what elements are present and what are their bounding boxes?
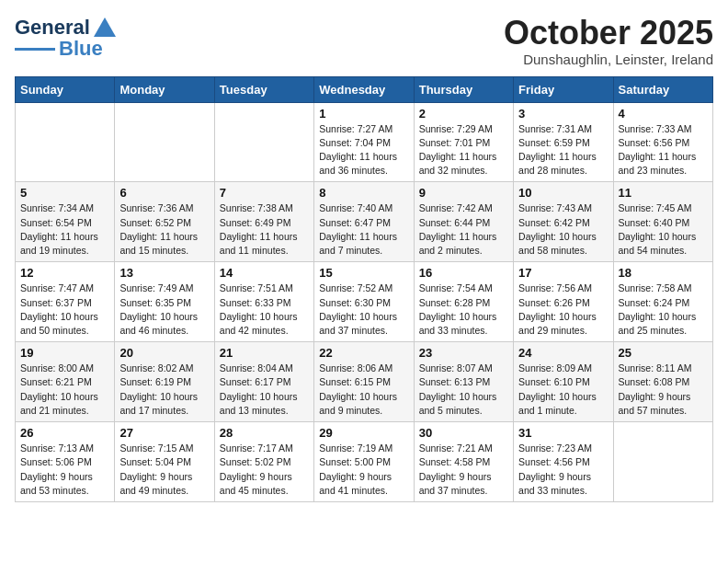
calendar-cell: 16Sunrise: 7:54 AM Sunset: 6:28 PM Dayli… [414, 262, 513, 342]
day-number: 15 [319, 266, 408, 280]
calendar-cell: 1Sunrise: 7:27 AM Sunset: 7:04 PM Daylig… [314, 102, 414, 182]
day-info: Sunrise: 7:15 AM Sunset: 5:04 PM Dayligh… [119, 442, 209, 498]
day-info: Sunrise: 7:51 AM Sunset: 6:33 PM Dayligh… [220, 282, 309, 338]
calendar-cell: 24Sunrise: 8:09 AM Sunset: 6:10 PM Dayli… [514, 342, 613, 422]
day-number: 19 [20, 346, 109, 360]
calendar-cell: 23Sunrise: 8:07 AM Sunset: 6:13 PM Dayli… [414, 342, 513, 422]
calendar-cell: 29Sunrise: 7:19 AM Sunset: 5:00 PM Dayli… [314, 422, 414, 502]
calendar-cell: 22Sunrise: 8:06 AM Sunset: 6:15 PM Dayli… [314, 342, 414, 422]
day-info: Sunrise: 8:00 AM Sunset: 6:21 PM Dayligh… [20, 362, 109, 418]
calendar-cell: 13Sunrise: 7:49 AM Sunset: 6:35 PM Dayli… [115, 262, 214, 342]
col-header-saturday: Saturday [613, 76, 712, 102]
col-header-thursday: Thursday [414, 76, 513, 102]
calendar-cell: 26Sunrise: 7:13 AM Sunset: 5:06 PM Dayli… [16, 422, 115, 502]
title-block: October 2025 Dunshaughlin, Leinster, Ire… [504, 15, 713, 67]
calendar-cell: 19Sunrise: 8:00 AM Sunset: 6:21 PM Dayli… [16, 342, 115, 422]
day-number: 17 [518, 266, 608, 280]
calendar-cell: 8Sunrise: 7:40 AM Sunset: 6:47 PM Daylig… [314, 182, 414, 262]
calendar-cell: 11Sunrise: 7:45 AM Sunset: 6:40 PM Dayli… [613, 182, 712, 262]
day-info: Sunrise: 7:45 AM Sunset: 6:40 PM Dayligh… [619, 201, 708, 258]
day-number: 26 [20, 426, 109, 440]
day-info: Sunrise: 7:13 AM Sunset: 5:06 PM Dayligh… [20, 442, 109, 498]
week-row-4: 19Sunrise: 8:00 AM Sunset: 6:21 PM Dayli… [16, 342, 713, 422]
calendar-cell: 6Sunrise: 7:36 AM Sunset: 6:52 PM Daylig… [115, 182, 214, 262]
day-info: Sunrise: 7:52 AM Sunset: 6:30 PM Dayligh… [319, 282, 408, 338]
day-info: Sunrise: 8:09 AM Sunset: 6:10 PM Dayligh… [518, 362, 608, 418]
day-number: 25 [619, 346, 708, 360]
calendar-cell: 28Sunrise: 7:17 AM Sunset: 5:02 PM Dayli… [214, 422, 313, 502]
day-number: 24 [518, 346, 608, 360]
day-info: Sunrise: 8:11 AM Sunset: 6:08 PM Dayligh… [619, 362, 708, 418]
day-info: Sunrise: 7:19 AM Sunset: 5:00 PM Dayligh… [319, 442, 408, 498]
header-row: SundayMondayTuesdayWednesdayThursdayFrid… [16, 76, 713, 102]
calendar-cell: 3Sunrise: 7:31 AM Sunset: 6:59 PM Daylig… [514, 102, 613, 182]
day-number: 9 [419, 186, 508, 200]
day-number: 14 [220, 266, 309, 280]
day-number: 18 [619, 266, 708, 280]
day-info: Sunrise: 7:43 AM Sunset: 6:42 PM Dayligh… [518, 201, 608, 258]
day-number: 8 [319, 186, 408, 200]
day-number: 29 [319, 426, 408, 440]
day-number: 5 [20, 186, 109, 200]
day-info: Sunrise: 7:33 AM Sunset: 6:56 PM Dayligh… [619, 122, 708, 178]
day-number: 20 [119, 346, 209, 360]
calendar-cell: 10Sunrise: 7:43 AM Sunset: 6:42 PM Dayli… [514, 182, 613, 262]
day-info: Sunrise: 7:42 AM Sunset: 6:44 PM Dayligh… [419, 201, 508, 258]
col-header-wednesday: Wednesday [314, 76, 414, 102]
week-row-3: 12Sunrise: 7:47 AM Sunset: 6:37 PM Dayli… [16, 262, 713, 342]
day-info: Sunrise: 7:40 AM Sunset: 6:47 PM Dayligh… [319, 201, 408, 258]
day-info: Sunrise: 7:54 AM Sunset: 6:28 PM Dayligh… [419, 282, 508, 338]
day-number: 30 [419, 426, 508, 440]
day-number: 22 [319, 346, 408, 360]
col-header-tuesday: Tuesday [214, 76, 313, 102]
week-row-2: 5Sunrise: 7:34 AM Sunset: 6:54 PM Daylig… [16, 182, 713, 262]
day-info: Sunrise: 7:49 AM Sunset: 6:35 PM Dayligh… [119, 282, 209, 338]
day-number: 28 [220, 426, 309, 440]
day-number: 27 [119, 426, 209, 440]
day-number: 3 [518, 107, 608, 121]
day-number: 13 [119, 266, 209, 280]
day-number: 10 [518, 186, 608, 200]
calendar-cell: 14Sunrise: 7:51 AM Sunset: 6:33 PM Dayli… [214, 262, 313, 342]
day-number: 4 [619, 107, 708, 121]
calendar-cell: 9Sunrise: 7:42 AM Sunset: 6:44 PM Daylig… [414, 182, 513, 262]
day-info: Sunrise: 8:02 AM Sunset: 6:19 PM Dayligh… [119, 362, 209, 418]
week-row-1: 1Sunrise: 7:27 AM Sunset: 7:04 PM Daylig… [16, 102, 713, 182]
day-number: 31 [518, 426, 608, 440]
calendar-cell [115, 102, 214, 182]
calendar-cell: 21Sunrise: 8:04 AM Sunset: 6:17 PM Dayli… [214, 342, 313, 422]
calendar-cell: 27Sunrise: 7:15 AM Sunset: 5:04 PM Dayli… [115, 422, 214, 502]
col-header-sunday: Sunday [16, 76, 115, 102]
day-info: Sunrise: 7:56 AM Sunset: 6:26 PM Dayligh… [518, 282, 608, 338]
calendar-cell: 18Sunrise: 7:58 AM Sunset: 6:24 PM Dayli… [613, 262, 712, 342]
calendar-cell: 20Sunrise: 8:02 AM Sunset: 6:19 PM Dayli… [115, 342, 214, 422]
day-info: Sunrise: 7:27 AM Sunset: 7:04 PM Dayligh… [319, 122, 408, 178]
day-info: Sunrise: 8:06 AM Sunset: 6:15 PM Dayligh… [319, 362, 408, 418]
calendar-cell [613, 422, 712, 502]
calendar-cell: 15Sunrise: 7:52 AM Sunset: 6:30 PM Dayli… [314, 262, 414, 342]
day-info: Sunrise: 8:04 AM Sunset: 6:17 PM Dayligh… [220, 362, 309, 418]
week-row-5: 26Sunrise: 7:13 AM Sunset: 5:06 PM Dayli… [16, 422, 713, 502]
calendar-cell [214, 102, 313, 182]
calendar-cell: 30Sunrise: 7:21 AM Sunset: 4:58 PM Dayli… [414, 422, 513, 502]
calendar-cell [16, 102, 115, 182]
day-number: 12 [20, 266, 109, 280]
day-number: 11 [619, 186, 708, 200]
day-number: 23 [419, 346, 508, 360]
day-info: Sunrise: 7:34 AM Sunset: 6:54 PM Dayligh… [20, 201, 109, 258]
day-info: Sunrise: 7:38 AM Sunset: 6:49 PM Dayligh… [220, 201, 309, 258]
day-info: Sunrise: 8:07 AM Sunset: 6:13 PM Dayligh… [419, 362, 508, 418]
col-header-monday: Monday [115, 76, 214, 102]
calendar-cell: 2Sunrise: 7:29 AM Sunset: 7:01 PM Daylig… [414, 102, 513, 182]
day-number: 21 [220, 346, 309, 360]
calendar-cell: 5Sunrise: 7:34 AM Sunset: 6:54 PM Daylig… [16, 182, 115, 262]
day-number: 1 [319, 107, 408, 121]
day-info: Sunrise: 7:58 AM Sunset: 6:24 PM Dayligh… [619, 282, 708, 338]
day-info: Sunrise: 7:23 AM Sunset: 4:56 PM Dayligh… [518, 442, 608, 498]
col-header-friday: Friday [514, 76, 613, 102]
svg-marker-0 [94, 17, 116, 37]
day-info: Sunrise: 7:31 AM Sunset: 6:59 PM Dayligh… [518, 122, 608, 178]
day-number: 16 [419, 266, 508, 280]
day-info: Sunrise: 7:17 AM Sunset: 5:02 PM Dayligh… [220, 442, 309, 498]
day-info: Sunrise: 7:21 AM Sunset: 4:58 PM Dayligh… [419, 442, 508, 498]
